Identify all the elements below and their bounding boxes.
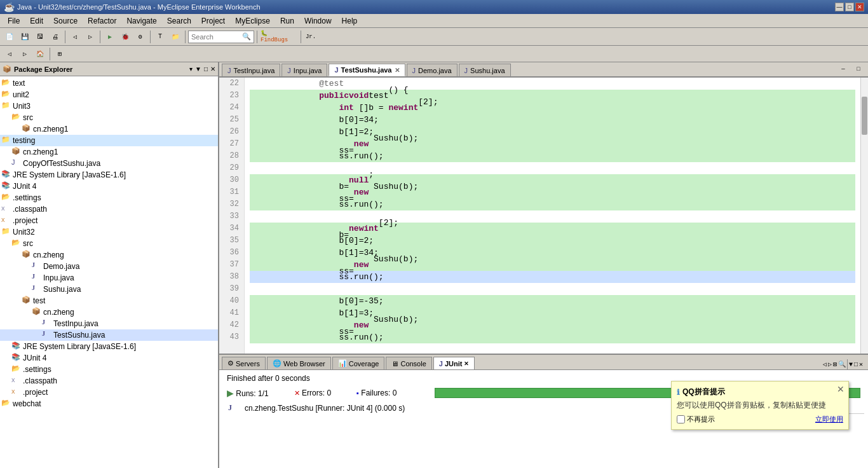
tab-label: JUnit [445, 360, 463, 368]
menu-navigate[interactable]: Navigate [121, 15, 161, 27]
tab-testinpu[interactable]: J TestInpu.java [222, 64, 280, 76]
tree-item-settings2[interactable]: 📂 .settings [0, 364, 218, 375]
external-tools-button[interactable]: ⚙ [133, 30, 147, 44]
tree-item-inpujava[interactable]: J Inpu.java [0, 272, 218, 284]
tree-item-classpath1[interactable]: x .classpath [0, 203, 218, 215]
menu-search[interactable]: Search [162, 15, 196, 27]
tab-sushu[interactable]: J Sushu.java [459, 64, 511, 76]
tree-item-settings1[interactable]: 📂 .settings [0, 192, 218, 203]
search-input[interactable] [191, 33, 242, 41]
bt-icon-7[interactable]: ✕ [859, 361, 863, 368]
pe-menu-icon[interactable]: ▼ [195, 65, 201, 72]
print-button[interactable]: 🖨 [48, 30, 62, 44]
tab-inpu[interactable]: J Inpu.java [281, 64, 327, 76]
tab-junit[interactable]: J JUnit ✕ [433, 357, 475, 369]
tree-item-unit2[interactable]: 📂 unit2 [0, 89, 218, 100]
tooltip-close-icon[interactable]: ✕ [837, 384, 844, 394]
close-button[interactable]: ✕ [855, 3, 864, 11]
no-remind-check[interactable] [677, 415, 685, 423]
tree-item-cnzheng3[interactable]: 📦 cn.zheng [0, 306, 218, 318]
bt-icon-2[interactable]: ▷ [828, 361, 832, 368]
tree-item-unit3[interactable]: 📁 Unit3 [0, 100, 218, 112]
tree-item-webchat[interactable]: 📂 webchat [0, 398, 218, 410]
bt-icon-6[interactable]: □ [854, 361, 858, 368]
tree-item-testinpu[interactable]: J TestInpu.java [0, 318, 218, 329]
editor-scrollbar[interactable] [860, 78, 868, 354]
pe-maximize-icon[interactable]: □ [204, 65, 208, 72]
menu-refactor[interactable]: Refactor [83, 15, 121, 27]
tab-webbrowser[interactable]: 🌐 Web Browser [267, 357, 331, 369]
hierarchy-button[interactable]: ⊞ [53, 47, 67, 61]
run-button[interactable]: ▶ [103, 30, 117, 44]
tree-item-src2[interactable]: 📂 src [0, 238, 218, 249]
tab-label: Coverage [349, 360, 379, 368]
editor-minimize-icon[interactable]: — [836, 62, 850, 76]
tree-item-classpath2[interactable]: x .classpath [0, 375, 218, 387]
tree-item-src1[interactable]: 📂 src [0, 112, 218, 123]
tree-item-jre2[interactable]: 📚 JRE System Library [JavaSE-1.6] [0, 341, 218, 352]
no-remind-checkbox[interactable]: 不再提示 [677, 415, 715, 424]
open-resource-button[interactable]: 📁 [168, 30, 182, 44]
open-type-button[interactable]: T [153, 30, 167, 44]
save-button[interactable]: 💾 [18, 30, 32, 44]
tree-item-cnzheng1[interactable]: 📦 cn.zheng1 [0, 123, 218, 135]
junit-result-item[interactable]: J cn.zheng.TestSushu [Runner: JUnit 4] (… [223, 402, 736, 414]
menu-edit[interactable]: Edit [25, 15, 48, 27]
tree-item-testsushu[interactable]: J TestSushu.java [0, 329, 218, 341]
findbugs-button[interactable]: 🐛 FindBugs [260, 30, 298, 44]
menu-file[interactable]: File [3, 15, 25, 27]
menu-run[interactable]: Run [275, 15, 299, 27]
tree-item-text[interactable]: 📂 text [0, 78, 218, 89]
bt-icon-4[interactable]: 🔍 [838, 361, 846, 368]
editor-maximize-icon[interactable]: □ [851, 62, 865, 76]
tree-item-jre1[interactable]: 📚 JRE System Library [JavaSE-1.6] [0, 169, 218, 181]
java-file-icon: J [42, 330, 52, 340]
tab-close-icon[interactable]: ✕ [464, 361, 469, 367]
search-icon[interactable]: 🔍 [242, 32, 251, 41]
code-content[interactable]: @test public void test() { int []b = new… [245, 78, 860, 354]
tab-testsushu[interactable]: J TestSushu.java ✕ [329, 64, 405, 76]
bt-icon-3[interactable]: ⊠ [833, 361, 837, 368]
bt-icon-1[interactable]: ◁ [823, 361, 827, 368]
tree-item-unit32[interactable]: 📁 Unit32 [0, 226, 218, 238]
debug-button[interactable]: 🐞 [118, 30, 132, 44]
minimize-button[interactable]: — [835, 3, 844, 11]
code-line-28: ss.run(); [250, 150, 855, 162]
tree-item-cnzheng1b[interactable]: 📦 cn.zheng1 [0, 146, 218, 158]
maximize-button[interactable]: □ [845, 3, 854, 11]
prev-edit-button[interactable]: ◁ [68, 30, 82, 44]
tree-item-cnzheng2[interactable]: 📦 cn.zheng [0, 249, 218, 261]
bt-icon-5[interactable]: ▼ [849, 361, 853, 368]
tab-console[interactable]: 🖥 Console [386, 357, 431, 369]
search-box[interactable]: 🔍 [188, 31, 254, 43]
tab-close-icon[interactable]: ✕ [395, 67, 400, 74]
menu-window[interactable]: Window [299, 15, 337, 27]
menu-help[interactable]: Help [337, 15, 363, 27]
tab-demo[interactable]: J Demo.java [407, 64, 458, 76]
tree-item-project1[interactable]: x .project [0, 215, 218, 226]
menu-project[interactable]: Project [196, 15, 230, 27]
tree-item-copytest[interactable]: J CopyOfTestSushu.java [0, 158, 218, 169]
jrebel-button[interactable]: Jr. [304, 30, 318, 44]
menu-myeclipse[interactable]: MyEclipse [230, 15, 275, 27]
save-all-button[interactable]: 🖫 [33, 30, 47, 44]
forward-button[interactable]: ▷ [18, 47, 32, 61]
next-edit-button[interactable]: ▷ [83, 30, 97, 44]
tree-item-junit4b[interactable]: 📚 JUnit 4 [0, 352, 218, 364]
code-editor[interactable]: 22 23 24 25 26 27 28 29 30 31 32 33 34 3… [219, 78, 868, 354]
tree-item-testing[interactable]: 📁 testing [0, 135, 218, 146]
pe-minimize-icon[interactable]: ▾ [189, 65, 193, 72]
tab-servers[interactable]: ⚙ Servers [222, 357, 266, 369]
menu-source[interactable]: Source [48, 15, 83, 27]
tab-coverage[interactable]: 📊 Coverage [332, 357, 385, 369]
pe-close-icon[interactable]: ✕ [210, 65, 215, 72]
tree-item-sushujava[interactable]: J Sushu.java [0, 284, 218, 295]
new-button[interactable]: 📄 [3, 30, 17, 44]
back-button[interactable]: ◁ [3, 47, 17, 61]
tree-item-project2[interactable]: x .project [0, 387, 218, 398]
use-now-link[interactable]: 立即使用 [815, 415, 843, 424]
tree-item-junit4a[interactable]: 📚 JUnit 4 [0, 181, 218, 192]
home-button[interactable]: 🏠 [33, 47, 47, 61]
tree-item-test-pkg[interactable]: 📦 test [0, 295, 218, 306]
tree-item-demojava[interactable]: J Demo.java [0, 261, 218, 272]
